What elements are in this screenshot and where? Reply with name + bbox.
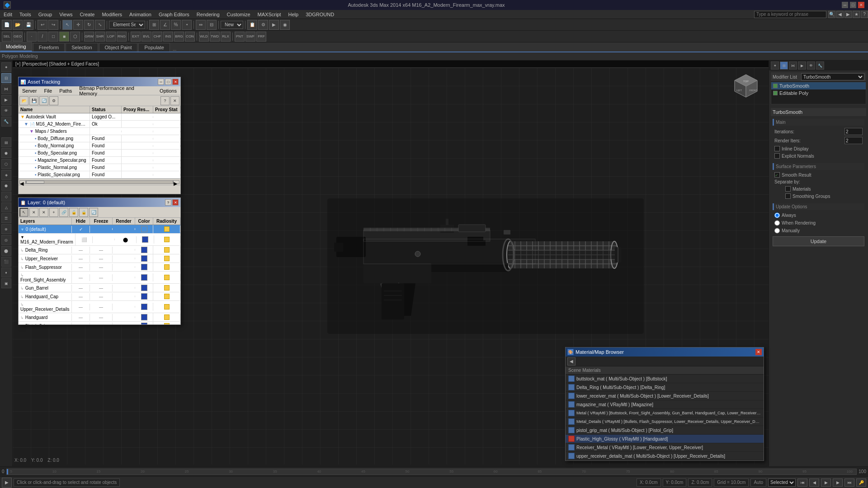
search-star[interactable]: ★ <box>853 11 860 18</box>
menu-3dground[interactable]: 3DGROUND <box>302 10 338 19</box>
select-obj-btn[interactable]: SEL <box>2 32 12 42</box>
handguard-cap-color-swatch[interactable] <box>141 293 147 300</box>
at-tb-6[interactable]: ✕ <box>170 96 179 105</box>
render-iters-input[interactable] <box>844 137 863 144</box>
viewport-dropdown[interactable]: New <box>221 21 243 29</box>
sidebar-display[interactable]: 👁 <box>1 106 11 116</box>
layer-cell-flash-suppressor-color[interactable] <box>135 263 153 271</box>
mat-item-magazine[interactable]: magazine_mat ( VRayMtl ) [Magazine] <box>566 400 764 409</box>
sidebar-extra9[interactable]: ⊕ <box>1 224 11 234</box>
when-rendering-radio[interactable] <box>774 220 780 226</box>
at-row-plastic-spec[interactable]: ▪ Plastic_Specular.png Found <box>19 171 180 178</box>
menu-graph-editors[interactable]: Graph Editors <box>155 10 193 19</box>
layer-cell-pistol-grip-color[interactable] <box>135 322 153 324</box>
at-maximize-btn[interactable]: □ <box>165 79 171 85</box>
at-scroll-track[interactable] <box>26 180 173 184</box>
layer-tb-add[interactable]: + <box>49 208 58 217</box>
menu-tools[interactable]: Tools <box>16 10 35 19</box>
scale-btn[interactable]: ⤡ <box>95 20 105 30</box>
default-color-swatch[interactable] <box>141 226 147 232</box>
mat-item-delta[interactable]: Delta_Ring ( Multi/Sub-Object ) [Delta_R… <box>566 383 764 392</box>
paint-deform-btn[interactable]: PNT <box>235 32 245 42</box>
rp-create-tab[interactable]: ✦ <box>771 61 779 70</box>
search-next[interactable]: ▶ <box>844 11 852 18</box>
shrink-btn[interactable]: SHR <box>95 32 105 42</box>
smooth-result-checkbox[interactable] <box>774 172 780 178</box>
move-btn[interactable]: ✛ <box>73 20 83 30</box>
sidebar-extra13[interactable]: ♦ <box>1 267 11 277</box>
at-menu-bitmap[interactable]: Bitmap Performance and Memory <box>75 84 156 97</box>
at-scroll-left[interactable]: ◀ <box>19 180 26 184</box>
select-btn[interactable]: ↖ <box>62 20 72 30</box>
layer-cell-front-sight-assembly-color[interactable] <box>135 273 153 282</box>
menu-customize[interactable]: Customize <box>223 10 254 19</box>
handguard-color-swatch[interactable] <box>141 314 147 320</box>
at-menu-paths[interactable]: Paths <box>56 87 75 94</box>
sidebar-extra6[interactable]: ◇ <box>1 192 11 202</box>
layer-cell-upper-receiver-details-color[interactable] <box>135 303 153 311</box>
snap-btn[interactable]: ⊞ <box>149 20 159 30</box>
angle-snap-btn[interactable]: ∠ <box>160 20 170 30</box>
layer-row-default[interactable]: ▼ 0 (default) ✓ <box>19 225 180 234</box>
sidebar-extra5[interactable]: ⬢ <box>1 181 11 191</box>
at-menu-file[interactable]: File <box>40 87 56 94</box>
tab-populate[interactable]: Populate <box>138 43 170 52</box>
sidebar-extra11[interactable]: ⬤ <box>1 246 11 256</box>
layer-tb-unlock[interactable]: 🔓 <box>69 208 78 217</box>
ring-btn[interactable]: RNG <box>117 32 127 42</box>
gun-barrel-color-swatch[interactable] <box>141 285 147 291</box>
playback-keys[interactable]: 🔑 <box>856 479 866 487</box>
mat-tb-1[interactable]: ◀ <box>567 357 576 366</box>
iterations-input[interactable] <box>844 128 863 135</box>
element-btn[interactable]: ⬡ <box>70 32 80 42</box>
menu-modifiers[interactable]: Modifiers <box>98 10 126 19</box>
layer-tb-refresh[interactable]: 🔄 <box>89 208 98 217</box>
layer-tb-select[interactable]: ↖ <box>19 208 28 217</box>
render-btn[interactable]: ▶ <box>269 20 279 30</box>
vertex-btn[interactable]: · <box>27 32 37 42</box>
at-row-vault[interactable]: ▼ Autodesk Vault Logged O... <box>19 113 180 121</box>
always-radio[interactable] <box>774 212 780 218</box>
play-button[interactable]: ▶ <box>2 478 12 488</box>
layer-cell-handguard-cap-color[interactable] <box>135 292 153 300</box>
at-tb-5[interactable]: ? <box>160 96 170 105</box>
target-weld-btn[interactable]: TWD <box>210 32 220 42</box>
playback-back[interactable]: ◀ <box>809 479 819 487</box>
rp-utility-tab[interactable]: 🔧 <box>816 61 824 70</box>
at-menu-server[interactable]: Server <box>19 87 40 94</box>
sidebar-motion[interactable]: ▶ <box>1 95 11 105</box>
layer-row-front-sight-assembly[interactable]: ↳ Front_Sight_Assembly — — <box>19 272 180 284</box>
new-btn[interactable]: 📄 <box>2 20 12 30</box>
search-prev[interactable]: ◀ <box>836 11 844 18</box>
at-tb-4[interactable]: ⚙ <box>49 96 58 105</box>
search-help[interactable]: ? <box>861 11 868 18</box>
mat-item-plastic[interactable]: Plastic_High_Glossy ( VRayMtl ) [Handgua… <box>566 435 764 443</box>
mat-item-buttstock[interactable]: buttstock_mat ( Multi/Sub-Object ) [Butt… <box>566 375 764 383</box>
swift-loop-btn[interactable]: SWF <box>245 32 255 42</box>
at-tb-2[interactable]: 💾 <box>29 96 38 105</box>
rp-hierarchy-tab[interactable]: ⋈ <box>789 61 797 70</box>
menu-help[interactable]: Help <box>285 10 302 19</box>
layer-help-btn[interactable]: ? <box>165 199 171 206</box>
at-scrollbar[interactable]: ◀ ▶ <box>19 178 180 185</box>
rotate-btn[interactable]: ↻ <box>84 20 94 30</box>
poly-btn[interactable]: ■ <box>59 32 69 42</box>
redo-btn[interactable]: ↪ <box>48 20 58 30</box>
front-sight-assembly-color-swatch[interactable] <box>141 274 147 281</box>
sidebar-modify[interactable]: ⊟ <box>1 73 11 83</box>
sidebar-extra14[interactable]: ▣ <box>1 278 11 288</box>
spinner-snap-btn[interactable]: ⁌ <box>182 20 192 30</box>
layer-row-handguard-cap[interactable]: ↳ Handguard_Cap — — <box>19 292 180 301</box>
undo-btn[interactable]: ↩ <box>38 20 47 30</box>
layer-cell-m16-color[interactable] <box>137 235 154 244</box>
modifier-turbosmooth[interactable]: TurboSmooth <box>771 82 866 89</box>
minimize-button[interactable]: ─ <box>842 2 848 8</box>
mat-browser-close[interactable]: ✕ <box>755 349 762 355</box>
update-button[interactable]: Update <box>773 236 864 246</box>
mat-item-pistol[interactable]: pistol_grip_mat ( Multi/Sub-Object ) [Pi… <box>566 426 764 435</box>
at-row-plastic-normal[interactable]: ▪ Plastic_Normal.png Found <box>19 164 180 171</box>
tab-freeform[interactable]: Freeform <box>33 43 65 52</box>
menu-create[interactable]: Create <box>76 10 98 19</box>
m16-color-swatch[interactable] <box>142 236 148 243</box>
layer-row-delta-ring[interactable]: ↳ Delta_Ring — — <box>19 246 180 254</box>
